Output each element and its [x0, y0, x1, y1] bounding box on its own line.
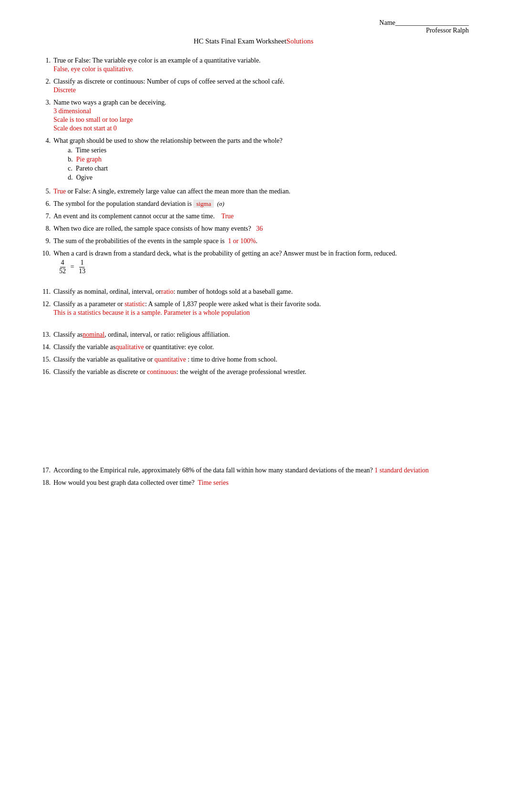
q1-answer: False, eye color is qualitative.: [53, 65, 469, 73]
q8-num: 8.: [38, 225, 51, 233]
q2-answer: Discrete: [53, 86, 469, 94]
question-2: 2. Classify as discrete or continuous: N…: [38, 78, 469, 94]
question-17: 17. According to the Empirical rule, app…: [38, 467, 469, 474]
q16-continuous: continuous: [147, 368, 176, 375]
name-label: Name______________________: [38, 19, 469, 27]
q6-body: The symbol for the population standard d…: [53, 200, 469, 208]
q1-body: True or False: The variable eye color is…: [53, 57, 469, 73]
q8-text: When two dice are rolled, the sample spa…: [53, 225, 251, 232]
q9-body: The sum of the probabilities of the even…: [53, 237, 469, 245]
q12-num: 12.: [38, 300, 51, 317]
q10-numer1: 4: [60, 259, 65, 267]
q4-c-label: c.: [68, 165, 73, 172]
question-8: 8. When two dice are rolled, the sample …: [38, 225, 469, 233]
q4-option-b: b. Pie graph: [68, 156, 469, 163]
q9-period: .: [256, 237, 258, 245]
title-black: HC Stats Final Exam Worksheet: [193, 37, 286, 45]
q10-text: When a card is drawn from a standard dec…: [53, 250, 397, 257]
q11-ratio: ratio: [161, 288, 174, 295]
q4-option-d: d. Ogive: [68, 174, 469, 182]
q8-body: When two dice are rolled, the sample spa…: [53, 225, 469, 233]
q13-num: 13.: [38, 331, 51, 339]
q4-b-text: Pie graph: [76, 156, 102, 163]
q4-option-a: a. Time series: [68, 147, 469, 154]
q11-num: 11.: [38, 288, 51, 296]
q4-a-label: a.: [68, 147, 73, 154]
q11-text-prefix: Classify as nominal, ordinal, interval, …: [53, 288, 161, 295]
q12-text-prefix: Classify as a parameter or: [53, 300, 125, 308]
q16-num: 16.: [38, 368, 51, 376]
q6-sigma-paren: (σ): [214, 200, 224, 207]
q7-text: An event and its complement cannot occur…: [53, 213, 215, 220]
q12-text-suffix: : A sample of 1,837 people were asked wh…: [145, 300, 321, 308]
question-16: 16. Classify the variable as discrete or…: [38, 368, 469, 376]
q3-text: Name two ways a graph can be deceiving.: [53, 99, 166, 106]
q14-body: Classify the variable asqualitative or q…: [53, 343, 469, 351]
q10-fraction-block: 4 52 = 1 13: [58, 259, 469, 276]
q5-true: True: [53, 188, 66, 195]
q9-answer: 1 or 100%: [228, 237, 255, 245]
q10-equals: =: [71, 263, 74, 271]
professor-label: Professor Ralph: [38, 27, 469, 34]
question-18: 18. How would you best graph data collec…: [38, 479, 469, 487]
question-6: 6. The symbol for the population standar…: [38, 200, 469, 208]
q16-body: Classify the variable as discrete or con…: [53, 368, 469, 376]
page-spacer: [38, 381, 469, 467]
q10-fraction1: 4 52: [58, 259, 67, 276]
q10-numer2: 1: [79, 259, 84, 267]
q3-answer3: Scale does not start at 0: [53, 125, 469, 132]
q7-answer: True: [222, 213, 234, 220]
q2-text: Classify as discrete or continuous: Numb…: [53, 78, 285, 85]
q5-text: or False: A single, extremely large valu…: [66, 188, 290, 195]
q18-answer: Time series: [198, 479, 228, 486]
q15-text-prefix: Classify the variable as qualitative or: [53, 356, 155, 363]
questions-list-3: 17. According to the Empirical rule, app…: [38, 467, 469, 487]
q2-num: 2.: [38, 78, 51, 94]
q15-num: 15.: [38, 356, 51, 363]
q17-text: According to the Empirical rule, approxi…: [53, 467, 373, 474]
q14-text-prefix: Classify the variable as: [53, 343, 116, 351]
question-3: 3. Name two ways a graph can be deceivin…: [38, 99, 469, 132]
q13-text-suffix: , ordinal, interval, or ratio: religious…: [105, 331, 230, 338]
question-14: 14. Classify the variable asqualitative …: [38, 343, 469, 351]
q17-answer: 1 standard deviation: [375, 467, 429, 474]
q9-text: The sum of the probabilities of the even…: [53, 237, 226, 245]
header-block: Name______________________ Professor Ral…: [38, 19, 469, 34]
q3-num: 3.: [38, 99, 51, 132]
question-11: 11. Classify as nominal, ordinal, interv…: [38, 288, 469, 296]
question-12: 12. Classify as a parameter or statistic…: [38, 300, 469, 317]
q11-text-suffix: : number of hotdogs sold at a baseball g…: [173, 288, 293, 295]
q4-d-label: d.: [68, 174, 73, 181]
q14-text-suffix: or quantitative: eye color.: [144, 343, 214, 351]
q18-body: How would you best graph data collected …: [53, 479, 469, 487]
q1-text: True or False: The variable eye color is…: [53, 57, 261, 64]
q15-body: Classify the variable as qualitative or …: [53, 356, 469, 363]
questions-list-2: 11. Classify as nominal, ordinal, interv…: [38, 288, 469, 376]
q4-b-label: b.: [68, 156, 73, 163]
q13-text-prefix: Classify as: [53, 331, 83, 338]
q2-body: Classify as discrete or continuous: Numb…: [53, 78, 469, 94]
q12-statistic: statistic: [125, 300, 145, 308]
q18-num: 18.: [38, 479, 51, 487]
q10-denom1: 52: [58, 267, 67, 276]
q10-body: When a card is drawn from a standard dec…: [53, 250, 469, 276]
q8-answer: 36: [256, 225, 263, 232]
question-9: 9. The sum of the probabilities of the e…: [38, 237, 469, 245]
q5-body: True or False: A single, extremely large…: [53, 188, 469, 195]
q17-num: 17.: [38, 467, 51, 474]
spacer-li: [38, 321, 469, 326]
q16-text-prefix: Classify the variable as discrete or: [53, 368, 147, 375]
question-5: 5. True or False: A single, extremely la…: [38, 188, 469, 195]
q6-sigma: sigma: [193, 200, 214, 208]
q7-body: An event and its complement cannot occur…: [53, 213, 469, 220]
q3-body: Name two ways a graph can be deceiving. …: [53, 99, 469, 132]
question-1: 1. True or False: The variable eye color…: [38, 57, 469, 73]
questions-list: 1. True or False: The variable eye color…: [38, 57, 469, 276]
question-4: 4. What graph should be used to show the…: [38, 137, 469, 183]
q10-num: 10.: [38, 250, 51, 276]
q4-num: 4.: [38, 137, 51, 183]
question-10: 10. When a card is drawn from a standard…: [38, 250, 469, 276]
title-red: Solutions: [286, 37, 314, 45]
q13-body: Classify asnominal, ordinal, interval, o…: [53, 331, 469, 339]
q6-num: 6.: [38, 200, 51, 208]
